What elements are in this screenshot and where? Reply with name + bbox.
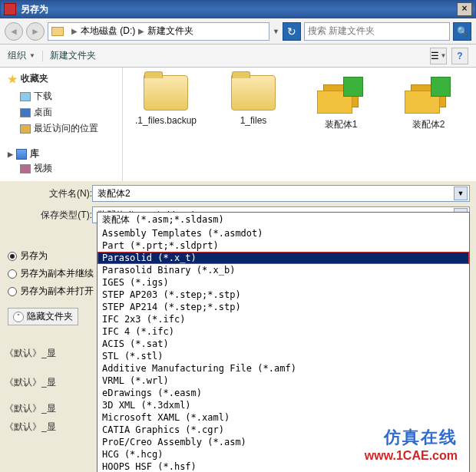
refresh-button[interactable]: ↻ [283, 22, 301, 41]
assembly-icon [317, 75, 365, 114]
filename-label: 文件名(N): [32, 187, 92, 200]
recent-icon [20, 124, 31, 134]
radio-icon [8, 287, 17, 296]
filetype-option[interactable]: 3D XML (*.3dxml) [98, 399, 469, 411]
file-list[interactable]: .1_files.backup 1_files 装配体1 装配体2 [123, 68, 476, 181]
radio-icon [8, 269, 17, 279]
search-icon: 🔍 [457, 26, 468, 37]
search-input[interactable]: 搜索 新建文件夹 [304, 22, 450, 41]
filetype-option[interactable]: Microsoft XAML (*.xaml) [98, 411, 469, 424]
search-placeholder: 搜索 新建文件夹 [308, 25, 375, 38]
library-icon [16, 149, 27, 160]
help-icon: ? [457, 51, 462, 61]
address-input[interactable]: ▶ 本地磁盘 (D:) ▶ 新建文件夹 [48, 22, 269, 41]
chevron-right-icon: ▶ [71, 27, 78, 35]
breadcrumb-drive[interactable]: 本地磁盘 (D:) [81, 25, 135, 38]
radio-icon [8, 252, 17, 261]
close-button[interactable]: × [457, 2, 472, 16]
filetype-option[interactable]: 装配体 (*.asm;*.sldasm) [98, 213, 469, 227]
filetype-option[interactable]: Part (*.prt;*.sldprt) [98, 239, 469, 252]
save-mode-group: 另存为 另存为副本并继续 另存为副本并打开 ˄ 隐藏文件夹 [8, 247, 94, 325]
radio-saveas-copy-open[interactable]: 另存为副本并打开 [8, 282, 94, 300]
watermark-url: www.1CAE.com [365, 449, 458, 463]
chevron-up-icon: ˄ [13, 312, 24, 322]
hide-folders-button[interactable]: ˄ 隐藏文件夹 [8, 308, 78, 325]
filetype-option[interactable]: ACIS (*.sat) [98, 338, 469, 350]
chevron-right-icon: ▶ [138, 27, 144, 35]
sidebar-item-recent[interactable]: 最近访问的位置 [8, 120, 119, 137]
titlebar: 另存为 × [0, 0, 476, 18]
star-icon: ★ [8, 73, 18, 85]
new-folder-button[interactable]: 新建文件夹 [50, 49, 96, 62]
filename-row: 文件名(N): 装配体2 ▼ [0, 183, 476, 202]
file-item[interactable]: 装配体2 [393, 75, 464, 131]
help-button[interactable]: ? [451, 48, 468, 64]
filetype-option[interactable]: STEP AP203 (*.step;*.stp) [98, 289, 469, 301]
stray-label: 《默认》_显 [5, 402, 56, 415]
filetype-option[interactable]: Parasolid (*.x_t) [98, 252, 469, 264]
filename-dropdown-button[interactable]: ▼ [454, 186, 468, 200]
stray-label: 《默认》_显 [5, 376, 56, 389]
favorites-header[interactable]: ★ 收藏夹 [8, 72, 119, 85]
nav-back-button[interactable]: ◄ [5, 22, 23, 41]
nav-forward-button[interactable]: ► [26, 22, 45, 41]
sidebar: ★ 收藏夹 下载 桌面 最近访问的位置 ▶ 库 视频 [0, 68, 123, 181]
filename-input[interactable]: 装配体2 ▼ [92, 185, 470, 202]
organize-button[interactable]: 组织 ▼ [8, 49, 35, 62]
view-button[interactable]: ☰ ▼ [430, 48, 447, 64]
sidebar-item-video[interactable]: 视频 [8, 160, 119, 177]
assembly-icon [405, 75, 452, 114]
file-item[interactable]: .1_files.backup [131, 75, 201, 126]
radio-saveas[interactable]: 另存为 [8, 247, 94, 265]
folder-icon [51, 27, 64, 36]
sidebar-item-desktop[interactable]: 桌面 [8, 104, 119, 120]
refresh-icon: ↻ [287, 25, 296, 38]
library-header[interactable]: ▶ 库 [8, 147, 119, 160]
downloads-icon [20, 92, 31, 101]
filetype-option[interactable]: STEP AP214 (*.step;*.stp) [98, 301, 469, 313]
arrow-right-icon: ► [31, 26, 40, 37]
filetype-option[interactable]: eDrawings (*.easm) [98, 387, 469, 399]
window-title: 另存为 [21, 3, 457, 16]
chevron-down-icon: ▼ [29, 52, 35, 59]
desktop-icon [20, 108, 31, 117]
arrow-left-icon: ◄ [9, 26, 18, 37]
filetype-option[interactable]: IFC 4 (*.ifc) [98, 325, 469, 338]
folder-icon [144, 75, 188, 111]
filetype-option[interactable]: Additive Manufacturing File (*.amf) [98, 362, 469, 375]
chevron-down-icon: ▼ [441, 52, 447, 59]
stray-label: 《默认》_显 [5, 421, 56, 434]
address-dropdown-button[interactable]: ▼ [273, 28, 279, 35]
video-icon [20, 164, 31, 173]
radio-saveas-copy-continue[interactable]: 另存为副本并继续 [8, 265, 94, 282]
toolbar: 组织 ▼ │ 新建文件夹 ☰ ▼ ? [0, 45, 476, 68]
filetype-option[interactable]: IFC 2x3 (*.ifc) [98, 313, 469, 325]
watermark-title: 仿真在线 [384, 426, 458, 449]
sidebar-item-downloads[interactable]: 下载 [8, 88, 119, 104]
filetype-option[interactable]: IGES (*.igs) [98, 276, 469, 289]
folder-icon [231, 75, 276, 111]
filetype-option[interactable]: VRML (*.wrl) [98, 375, 469, 387]
filetype-label: 保存类型(T): [32, 209, 92, 222]
breadcrumb-folder[interactable]: 新建文件夹 [147, 25, 193, 38]
view-icon: ☰ [431, 51, 439, 61]
app-icon [4, 3, 16, 15]
stray-label: 《默认》_显 [5, 347, 56, 360]
filetype-option[interactable]: Assembly Templates (*.asmdot) [98, 227, 469, 239]
chevron-down-icon: ▼ [458, 190, 464, 197]
filetype-option[interactable]: STL (*.stl) [98, 350, 469, 362]
address-row: ◄ ► ▶ 本地磁盘 (D:) ▶ 新建文件夹 ▼ ↻ 搜索 新建文件夹 🔍 [0, 18, 476, 45]
file-item[interactable]: 装配体1 [306, 75, 376, 131]
expand-icon: ▶ [8, 150, 13, 158]
main-area: ★ 收藏夹 下载 桌面 最近访问的位置 ▶ 库 视频 .1_files.back… [0, 68, 476, 181]
search-button[interactable]: 🔍 [453, 22, 471, 41]
filetype-option[interactable]: Parasolid Binary (*.x_b) [98, 264, 469, 276]
file-item[interactable]: 1_files [218, 75, 289, 126]
